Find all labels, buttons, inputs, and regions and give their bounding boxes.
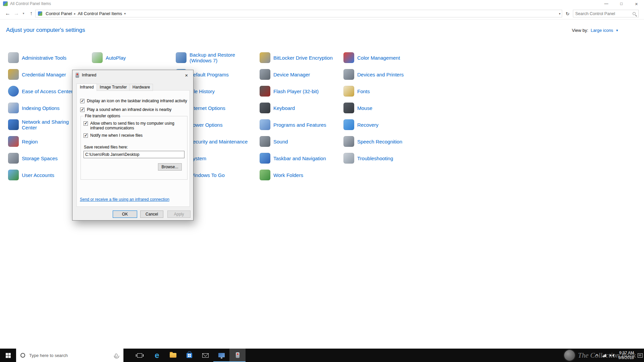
save-files-label: Save received files here: [84, 145, 128, 149]
checkbox-notify[interactable] [84, 133, 88, 138]
speech-recognition-icon [343, 136, 354, 147]
system-tray: ^ 9:37 AM 9/8/2018 [596, 349, 643, 362]
credential-manager-icon [8, 69, 19, 80]
user-accounts-icon [8, 170, 19, 180]
device-manager-icon [260, 69, 270, 80]
cp-item-label: Windows To Go [190, 172, 225, 178]
cp-item-administrative-tools[interactable]: Administrative Tools [8, 50, 90, 65]
indexing-options-icon [8, 103, 19, 113]
cp-item-label: Storage Spaces [22, 156, 58, 161]
cp-item-label: Region [22, 139, 38, 144]
infrared-dialog: Infrared × Infrared Image Transfer Hardw… [72, 70, 194, 221]
cp-item-devices-and-printers[interactable]: Devices and Printers [343, 67, 425, 82]
infrared-icon [75, 72, 79, 78]
dialog-close-icon[interactable]: × [180, 70, 193, 80]
checkbox-sound[interactable] [80, 108, 85, 112]
checkbox-row-allow: Allow others to send files to my compute… [84, 121, 182, 130]
tab-infrared[interactable]: Infrared [76, 83, 97, 91]
taskbar-navigation-icon [260, 153, 270, 164]
browse-button[interactable]: Browse... [158, 163, 182, 171]
start-button[interactable] [0, 349, 16, 362]
infrared-taskbar-icon [236, 352, 239, 358]
taskbar-search-placeholder: Type here to search [29, 353, 115, 358]
recovery-icon [343, 119, 354, 130]
cp-item-label: Device Manager [273, 72, 310, 77]
cp-item-keyboard[interactable]: Keyboard [260, 101, 341, 115]
dialog-title: Infrared [82, 73, 96, 77]
hidden-icons-chevron-icon[interactable]: ^ [596, 353, 598, 358]
windows-logo-icon [6, 353, 11, 358]
apply-button: Apply [167, 210, 191, 218]
checkbox-allow-files[interactable] [84, 121, 88, 126]
cp-item-label: Recovery [357, 122, 378, 128]
cp-item-label: Backup and Restore(Windows 7) [190, 52, 235, 63]
cp-item-device-manager[interactable]: Device Manager [260, 67, 341, 82]
checkbox-taskbar-icon[interactable] [80, 99, 85, 103]
action-center-icon[interactable] [638, 353, 643, 358]
network-sharing-icon [8, 119, 19, 130]
task-view-icon [137, 353, 142, 358]
cp-item-mouse[interactable]: Mouse [343, 101, 425, 115]
file-transfer-options-group: File transfer options Allow others to se… [80, 116, 187, 180]
edge-taskbar-button[interactable]: e [149, 349, 165, 362]
cp-item-autoplay[interactable]: AutoPlay [92, 50, 174, 65]
region-icon [8, 136, 19, 147]
cp-item-label: Credential Manager [22, 72, 66, 77]
clock-date: 9/8/2018 [618, 355, 634, 360]
cp-item-label: Work Folders [273, 172, 303, 178]
cp-item-label: Programs and Features [273, 122, 326, 128]
cp-item-fonts[interactable]: Fonts [343, 84, 425, 99]
infrared-taskbar-button[interactable] [229, 349, 246, 362]
cp-item-troubleshooting[interactable]: Troubleshooting [343, 151, 425, 166]
cp-item-label: Internet Options [190, 105, 225, 111]
tab-hardware[interactable]: Hardware [129, 84, 153, 91]
save-path-input[interactable] [84, 151, 184, 158]
cp-item-backup-and-restore-windows-7[interactable]: Backup and Restore(Windows 7) [176, 50, 258, 65]
cp-item-label: Mouse [357, 105, 372, 111]
cp-item-flash-player-32-bit[interactable]: Flash Player (32-bit) [260, 84, 341, 99]
cp-item-label: Default Programs [190, 72, 229, 77]
cp-item-label: User Accounts [22, 172, 54, 178]
cp-item-bitlocker-drive-encryption[interactable]: BitLocker Drive Encryption [260, 50, 341, 65]
microphone-icon[interactable] [115, 354, 117, 357]
cp-item-taskbar-and-navigation[interactable]: Taskbar and Navigation [260, 151, 341, 166]
mail-taskbar-button[interactable] [197, 349, 213, 362]
cp-item-color-management[interactable]: Color Management [343, 50, 425, 65]
infrared-connection-link[interactable]: Send or receive a file using an infrared… [80, 197, 169, 202]
cp-item-label: Speech Recognition [357, 139, 402, 144]
cp-item-label: Fonts [357, 88, 370, 94]
backup-restore-icon [176, 52, 186, 63]
cancel-button[interactable]: Cancel [140, 210, 163, 218]
dialog-titlebar: Infrared × [72, 70, 193, 80]
storage-spaces-icon [8, 153, 19, 164]
cp-item-label: Sound [273, 139, 288, 144]
cp-item-speech-recognition[interactable]: Speech Recognition [343, 134, 425, 149]
tab-image-transfer[interactable]: Image Transfer [97, 84, 130, 91]
cp-item-label: Power Options [190, 122, 222, 128]
cp-item-label: AutoPlay [106, 55, 126, 61]
cp-item-sound[interactable]: Sound [260, 134, 341, 149]
color-management-icon [343, 52, 354, 63]
cp-item-work-folders[interactable]: Work Folders [260, 168, 341, 182]
infrared-tab-page: Display an icon on the taskbar indicatin… [76, 90, 190, 207]
ok-button[interactable]: OK [113, 210, 137, 218]
checkbox-row-sound: Play a sound when an infrared device is … [80, 107, 187, 112]
taskbar-search-input[interactable]: Type here to search [16, 349, 123, 362]
ease-of-access-icon [8, 86, 19, 97]
cp-item-label: Devices and Printers [357, 72, 404, 77]
troubleshooting-icon [343, 153, 354, 164]
administrative-tools-icon [8, 52, 19, 63]
cp-item-programs-and-features[interactable]: Programs and Features [260, 117, 341, 132]
cp-item-recovery[interactable]: Recovery [343, 117, 425, 132]
dialog-tabstrip: Infrared Image Transfer Hardware [76, 83, 153, 91]
cp-item-label: Administrative Tools [22, 55, 66, 61]
cp-item-label: Security and Maintenance [190, 139, 248, 144]
network-icon[interactable] [602, 354, 606, 357]
taskbar-clock[interactable]: 9:37 AM 9/8/2018 [618, 351, 634, 360]
task-view-button[interactable] [131, 349, 148, 362]
volume-icon[interactable] [610, 354, 614, 357]
cp-item-label: Indexing Options [22, 105, 60, 111]
control-panel-taskbar-button[interactable] [213, 349, 229, 362]
store-taskbar-button[interactable] [181, 349, 197, 362]
file-explorer-taskbar-button[interactable] [165, 349, 181, 362]
